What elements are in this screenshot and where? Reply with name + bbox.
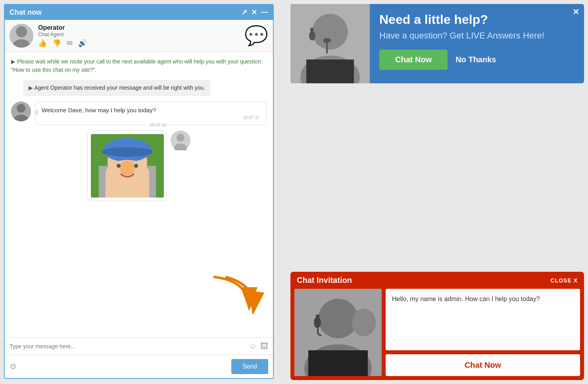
system-message: Please wait while we route your call to …	[11, 58, 267, 74]
help-popup-text: Need a little help? Have a question? Get…	[370, 4, 584, 83]
svg-point-17	[177, 134, 184, 142]
help-no-thanks-button[interactable]: No Thanks	[455, 55, 496, 64]
svg-rect-27	[306, 60, 354, 83]
welcome-bubble: Welcome Dave, how may I help you today? …	[35, 102, 267, 125]
chat-input-area: ☺ 🖼	[5, 337, 273, 355]
agent-message-bubble: Agent Operator has received your message…	[23, 80, 211, 96]
svg-point-1	[16, 26, 27, 37]
svg-rect-24	[310, 28, 313, 38]
agent-avatar	[11, 102, 31, 121]
invitation-close-button[interactable]: CLOSE X	[551, 277, 578, 284]
user-message-row: 15:47:22	[11, 131, 267, 201]
send-button[interactable]: Send	[231, 359, 268, 374]
thumbs-up-icon[interactable]: 👍	[38, 39, 47, 48]
email-icon[interactable]: ✉	[67, 39, 73, 48]
invitation-right: Hello, my name is admin. How can I help …	[386, 289, 580, 376]
emoji-icon[interactable]: ☺	[249, 342, 257, 351]
chat-window: Chat now ↗ ✕ — Operator Chat Agent 👍 👎 ✉…	[4, 4, 274, 379]
thumbs-down-icon[interactable]: 👎	[52, 39, 61, 48]
help-popup-image	[290, 4, 370, 83]
invitation-image	[294, 289, 382, 376]
chat-controls: ↗ ✕ —	[241, 8, 268, 17]
welcome-time: 15:47:17	[42, 115, 260, 120]
help-popup-close[interactable]: ✕	[573, 7, 579, 17]
help-chat-now-button[interactable]: Chat Now	[379, 50, 448, 70]
chat-input[interactable]	[10, 343, 246, 349]
welcome-message-row: Welcome Dave, how may I help you today? …	[11, 102, 267, 125]
operator-info: Operator Chat Agent 👍 👎 ✉ 🔊	[38, 24, 240, 48]
operator-name: Operator	[38, 24, 240, 31]
svg-rect-32	[316, 315, 319, 326]
minimize-icon[interactable]: —	[261, 8, 268, 17]
chat-footer: ⚙ Send	[5, 355, 273, 378]
chat-titlebar: Chat now ↗ ✕ —	[5, 5, 273, 20]
invitation-popup: Chat Invitation CLOSE X Hello, my name i…	[290, 272, 584, 380]
user-avatar	[171, 131, 190, 150]
svg-point-14	[117, 164, 121, 168]
svg-point-34	[352, 309, 376, 336]
invitation-body: Hello, my name is admin. How can I help …	[290, 289, 584, 380]
svg-point-10	[102, 147, 153, 157]
svg-point-13	[119, 161, 135, 175]
chat-input-icons: ☺ 🖼	[249, 342, 268, 351]
svg-point-4	[17, 104, 25, 113]
operator-role: Chat Agent	[38, 31, 240, 37]
invitation-header: Chat Invitation CLOSE X	[290, 272, 584, 289]
user-image-time: 15:47:22	[150, 123, 167, 127]
image-upload-icon[interactable]: 🖼	[260, 342, 268, 351]
svg-point-21	[312, 14, 348, 50]
help-popup-subtitle: Have a question? Get LIVE Answers Here!	[379, 30, 575, 42]
svg-point-26	[323, 38, 331, 43]
chat-messages: Please wait while we route your call to …	[5, 52, 273, 337]
user-image-bubble	[87, 131, 167, 201]
chat-bubble-icon: 💬	[244, 25, 268, 47]
invitation-title: Chat Invitation	[297, 276, 352, 285]
help-popup-content: Need a little help? Have a question? Get…	[290, 4, 584, 83]
sound-icon[interactable]: 🔊	[78, 39, 87, 48]
maximize-icon[interactable]: ↗	[241, 8, 247, 17]
close-icon[interactable]: ✕	[251, 8, 257, 17]
help-popup: ✕ Need a little help? Have a question? G…	[290, 4, 584, 83]
operator-avatar	[10, 24, 33, 48]
svg-rect-33	[308, 350, 368, 376]
settings-icon[interactable]: ⚙	[10, 362, 17, 371]
user-image	[91, 134, 164, 198]
agent-message-row: Agent Operator has received your message…	[11, 80, 267, 96]
invitation-chat-now-button[interactable]: Chat Now	[386, 354, 580, 376]
chat-title: Chat now	[10, 8, 42, 17]
help-popup-buttons: Chat Now No Thanks	[379, 50, 575, 70]
svg-rect-25	[326, 42, 328, 54]
help-popup-title: Need a little help?	[379, 12, 575, 27]
chat-header: Operator Chat Agent 👍 👎 ✉ 🔊 💬	[5, 20, 273, 52]
invitation-message: Hello, my name is admin. How can I help …	[386, 289, 580, 350]
svg-point-15	[134, 164, 138, 168]
svg-point-29	[318, 299, 358, 338]
operator-actions: 👍 👎 ✉ 🔊	[38, 39, 240, 48]
